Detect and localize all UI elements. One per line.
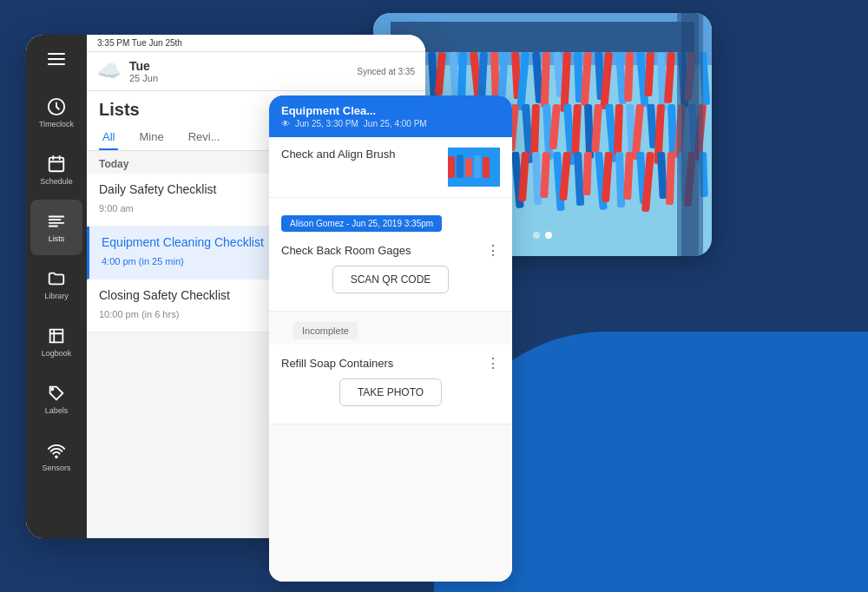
tab-mine[interactable]: Mine (135, 125, 167, 150)
pagination-dot-2[interactable] (545, 232, 552, 239)
hamburger-menu[interactable] (39, 42, 74, 76)
hamburger-line-2 (48, 58, 65, 60)
svg-rect-104 (474, 155, 481, 178)
daily-safety-time: 9:00 am (99, 203, 134, 214)
tag-icon (47, 384, 66, 403)
comment-badge: Alison Gomez - Jun 25, 2019 3:35pm (281, 215, 442, 232)
tab-all[interactable]: All (99, 125, 118, 150)
header: ☁️ Tue 25 Jun Synced at 3:35 (87, 52, 425, 91)
lists-label: Lists (49, 234, 65, 243)
sync-info: Synced at 3:35 (357, 67, 415, 76)
sidebar: Timeclock Schedule Lists Library Logbook… (26, 35, 87, 538)
svg-rect-84 (582, 152, 592, 195)
date-short: 25 Jun (129, 73, 348, 83)
detail-item-brush: Check and Align Brush (269, 137, 512, 198)
detail-body: Check and Align Brush Alison Gomez - Jun… (269, 137, 512, 582)
take-photo-button[interactable]: TAKE PHOTO (339, 378, 442, 406)
svg-rect-97 (681, 13, 699, 256)
sidebar-item-labels[interactable]: Labels (30, 372, 82, 427)
weather-icon: ☁️ (97, 60, 121, 82)
svg-rect-106 (491, 156, 498, 178)
svg-rect-102 (457, 155, 464, 178)
pagination-dots (533, 232, 552, 239)
incomplete-section: Incomplete (269, 312, 512, 345)
detail-item-soap: Refill Soap Containers ⋮ TAKE PHOTO (269, 345, 512, 424)
svg-rect-105 (483, 157, 490, 178)
sidebar-item-lists[interactable]: Lists (30, 200, 82, 255)
wifi-icon (47, 441, 66, 460)
day-short: Tue (129, 59, 348, 73)
sidebar-item-schedule[interactable]: Schedule (30, 142, 82, 198)
tab-review[interactable]: Revi... (185, 125, 224, 150)
gages-title: Check Back Room Gages (281, 244, 411, 257)
svg-rect-99 (49, 158, 64, 172)
closing-safety-time: 10:00 pm (in 6 hrs) (99, 309, 179, 319)
hamburger-line-1 (48, 53, 65, 55)
list-icon (47, 212, 66, 231)
sensors-label: Sensors (42, 464, 70, 472)
sidebar-item-timeclock[interactable]: Timeclock (30, 85, 82, 141)
library-label: Library (44, 292, 69, 300)
book-icon (47, 326, 66, 345)
gages-menu-icon[interactable]: ⋮ (486, 242, 500, 259)
detail-meta1: Jun 25, 3:30 PM (295, 119, 358, 128)
pagination-dot-1[interactable] (533, 232, 540, 239)
sidebar-item-library[interactable]: Library (30, 257, 82, 312)
incomplete-badge: Incomplete (293, 322, 358, 339)
svg-rect-2 (391, 22, 694, 52)
soap-title: Refill Soap Containers (281, 357, 393, 370)
logbook-label: Logbook (42, 349, 72, 358)
svg-rect-103 (465, 158, 472, 177)
schedule-label: Schedule (40, 177, 73, 186)
sidebar-item-sensors[interactable]: Sensors (30, 429, 82, 484)
folder-icon (47, 269, 66, 288)
timeclock-label: Timeclock (39, 120, 74, 128)
calendar-icon (47, 155, 66, 174)
equipment-cleaning-time: 4:00 pm (in 25 min) (102, 256, 184, 266)
detail-header-meta: 👁 Jun 25, 3:30 PM Jun 25, 4:00 PM (281, 119, 500, 128)
date-info: Tue 25 Jun (129, 59, 348, 83)
detail-eye-icon: 👁 (281, 119, 290, 128)
svg-rect-101 (448, 156, 455, 178)
soap-menu-icon[interactable]: ⋮ (486, 355, 500, 372)
brush-thumbnail (448, 148, 500, 187)
sidebar-item-logbook[interactable]: Logbook (30, 314, 82, 370)
hamburger-line-3 (48, 63, 65, 65)
labels-label: Labels (45, 406, 69, 415)
clock-icon (47, 97, 66, 116)
scan-qr-button[interactable]: SCAN QR CODE (332, 266, 450, 293)
detail-header: Equipment Clea... 👁 Jun 25, 3:30 PM Jun … (269, 95, 512, 137)
detail-meta2: Jun 25, 4:00 PM (364, 119, 427, 128)
detail-title: Equipment Clea... (281, 104, 500, 117)
detail-item-gages: Alison Gomez - Jun 25, 2019 3:35pm Check… (269, 198, 512, 312)
detail-panel: Equipment Clea... 👁 Jun 25, 3:30 PM Jun … (269, 95, 512, 582)
status-bar: 3:35 PM Tue Jun 25th (87, 35, 425, 52)
status-time: 3:35 PM Tue Jun 25th (97, 38, 182, 48)
